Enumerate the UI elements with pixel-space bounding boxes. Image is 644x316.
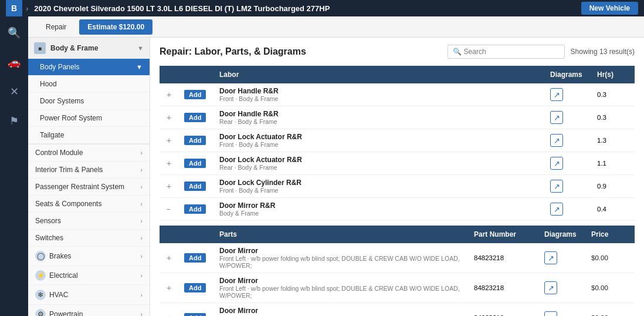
diagram-icon[interactable]: ↗ bbox=[544, 281, 557, 294]
passenger-restraint-arrow-icon: › bbox=[140, 183, 143, 190]
sidebar-item-brakes[interactable]: ◯ Brakes › bbox=[28, 247, 150, 266]
hrs-col: 0.9 bbox=[595, 181, 630, 191]
part-number-col: 84823218 bbox=[472, 253, 542, 263]
add-button-col: Add bbox=[182, 282, 217, 294]
sidebar-item-tailgate[interactable]: Tailgate bbox=[28, 127, 150, 144]
search-nav-icon[interactable]: 🔍 bbox=[5, 23, 23, 42]
electrical-label: Electrical bbox=[49, 271, 140, 280]
parts-item-sub: Front Left · w/b power folding w/b blind… bbox=[219, 285, 469, 299]
add-button-col: Add bbox=[182, 180, 217, 192]
parts-item-name: Door Mirror bbox=[219, 247, 469, 255]
add-button[interactable]: Add bbox=[184, 283, 206, 293]
body-frame-label: Body & Frame bbox=[50, 44, 137, 52]
sidebar-item-power-roof[interactable]: Power Roof System bbox=[28, 110, 150, 127]
diagrams-col: ↗ bbox=[548, 110, 595, 125]
passenger-restraint-label: Passenger Restraint System bbox=[35, 183, 140, 191]
diagram-icon[interactable]: ↗ bbox=[550, 180, 563, 193]
add-button[interactable]: Add bbox=[184, 159, 206, 168]
parts-item-name: Door Mirror bbox=[219, 277, 469, 285]
part-number-col: 84823218 bbox=[472, 283, 542, 293]
parts-col-partnum: Part Number bbox=[472, 229, 542, 240]
table-row: + Add Door Lock Actuator R&R Rear · Body… bbox=[160, 152, 635, 175]
add-button[interactable]: Add bbox=[184, 313, 206, 316]
diagram-icon[interactable]: ↗ bbox=[550, 134, 563, 147]
add-button[interactable]: Add bbox=[184, 113, 206, 122]
labor-item-col: Door Lock Actuator R&R Rear · Body & Fra… bbox=[217, 154, 548, 172]
nav-arrow-icon: › bbox=[26, 4, 28, 13]
diagrams-col: ↗ bbox=[542, 250, 589, 265]
sidebar-item-electrical[interactable]: ⚡ Electrical › bbox=[28, 266, 150, 285]
labor-item-sub: Front · Body & Frame bbox=[219, 141, 545, 148]
brakes-arrow-icon: › bbox=[140, 253, 143, 260]
sidebar-item-body-panels[interactable]: Body Panels ▼ bbox=[28, 59, 150, 76]
wrench-nav-icon[interactable]: ✕ bbox=[5, 82, 23, 101]
hrs-col: 0.4 bbox=[595, 204, 630, 214]
sidebar-item-seats[interactable]: Seats & Components › bbox=[28, 196, 150, 213]
diagram-icon[interactable]: ↗ bbox=[550, 88, 563, 101]
labor-item-name: Door Lock Actuator R&R bbox=[219, 156, 545, 164]
add-button[interactable]: Add bbox=[184, 204, 206, 214]
sidebar-section-body-frame: ■ Body & Frame ▼ Body Panels ▼ Hood Door… bbox=[28, 38, 150, 144]
add-button-col: Add bbox=[182, 157, 217, 169]
hrs-col: 0.3 bbox=[595, 113, 630, 122]
powertrain-icon: ⚙ bbox=[35, 309, 46, 316]
flag-nav-icon[interactable]: ⚑ bbox=[5, 112, 23, 130]
labor-col-labor: Labor bbox=[217, 69, 548, 80]
labor-item-col: Door Lock Actuator R&R Front · Body & Fr… bbox=[217, 132, 548, 149]
tailgate-label: Tailgate bbox=[40, 131, 143, 139]
minus-icon[interactable]: − bbox=[164, 204, 182, 214]
sensors-label: Sensors bbox=[35, 217, 140, 225]
add-button[interactable]: Add bbox=[184, 136, 206, 145]
add-button-col: Add bbox=[182, 252, 217, 264]
diagrams-col: ↗ bbox=[542, 280, 589, 295]
electrical-icon: ⚡ bbox=[35, 270, 46, 281]
vehicle-title: 2020 Chevrolet Silverado 1500 LT 3.0L L6… bbox=[34, 4, 581, 13]
diagram-icon[interactable]: ↗ bbox=[544, 311, 557, 316]
search-input[interactable] bbox=[464, 48, 560, 56]
tab-repair[interactable]: Repair bbox=[38, 19, 74, 35]
sidebar-item-hvac[interactable]: ❄ HVAC › bbox=[28, 285, 150, 305]
sidebar-section-body-frame-header[interactable]: ■ Body & Frame ▼ bbox=[28, 38, 150, 59]
left-icon-bar: 🔍 🚗 ✕ ⚑ bbox=[0, 16, 28, 316]
search-icon: 🔍 bbox=[453, 48, 462, 56]
part-number-col: 84823219 bbox=[472, 313, 542, 316]
sidebar-item-sensors[interactable]: Sensors › bbox=[28, 213, 150, 230]
sidebar-item-powertrain[interactable]: ⚙ Powertrain › bbox=[28, 305, 150, 316]
page-title: Repair: Labor, Parts, & Diagrams bbox=[160, 46, 448, 57]
plus-icon: + bbox=[164, 135, 182, 146]
parts-col-price: Price bbox=[589, 229, 630, 240]
add-button-col: Add bbox=[182, 203, 217, 215]
body-panels-label: Body Panels bbox=[40, 63, 136, 71]
hrs-col: 1.3 bbox=[595, 136, 630, 145]
table-row: + Add Door Lock Actuator R&R Front · Bod… bbox=[160, 129, 635, 152]
parts-item-col: Door Mirror Front Left · w/b power foldi… bbox=[217, 246, 472, 270]
tab-estimate[interactable]: Estimate $120.00 bbox=[79, 19, 152, 35]
add-button[interactable]: Add bbox=[184, 90, 206, 99]
car-nav-icon[interactable]: 🚗 bbox=[5, 53, 23, 72]
add-button[interactable]: Add bbox=[184, 181, 206, 191]
brakes-label: Brakes bbox=[49, 252, 140, 260]
parts-col-diagrams: Diagrams bbox=[542, 229, 589, 240]
diagram-icon[interactable]: ↗ bbox=[550, 157, 563, 170]
labor-item-name: Door Handle R&R bbox=[219, 110, 545, 118]
sidebar-item-passenger-restraint[interactable]: Passenger Restraint System › bbox=[28, 179, 150, 196]
labor-col-empty2 bbox=[182, 69, 217, 80]
price-col: $0.00 bbox=[589, 283, 630, 293]
sidebar-item-interior-trim[interactable]: Interior Trim & Panels › bbox=[28, 162, 150, 179]
sidebar-item-hood[interactable]: Hood bbox=[28, 76, 150, 93]
hrs-col: 0.3 bbox=[595, 90, 630, 99]
labor-item-col: Door Mirror R&R Body & Frame bbox=[217, 200, 548, 218]
sidebar-item-door-systems[interactable]: Door Systems bbox=[28, 93, 150, 110]
diagram-icon[interactable]: ↗ bbox=[550, 111, 563, 124]
diagram-icon[interactable]: ↗ bbox=[544, 251, 557, 264]
hvac-icon: ❄ bbox=[35, 290, 46, 300]
new-vehicle-button[interactable]: New Vehicle bbox=[581, 2, 638, 15]
labor-item-sub: Body & Frame bbox=[219, 210, 545, 217]
diagram-icon[interactable]: ↗ bbox=[550, 203, 563, 216]
table-row: + Add Door Handle R&R Front · Body & Fra… bbox=[160, 83, 635, 106]
add-button[interactable]: Add bbox=[184, 253, 206, 263]
sidebar-item-switches[interactable]: Switches › bbox=[28, 230, 150, 247]
parts-table-header: Parts Part Number Diagrams Price bbox=[160, 226, 635, 243]
labor-item-name: Door Lock Actuator R&R bbox=[219, 133, 545, 141]
sidebar-item-control-module[interactable]: Control Module › bbox=[28, 144, 150, 162]
